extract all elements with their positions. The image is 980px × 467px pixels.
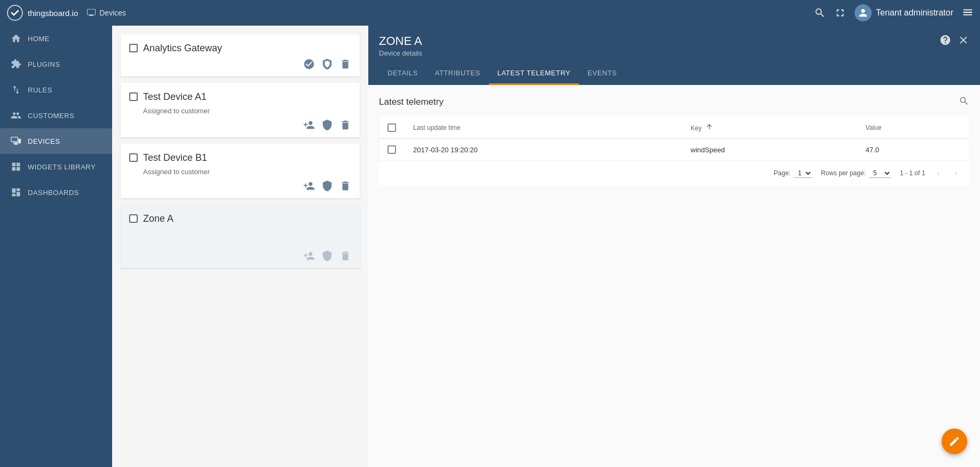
table-row: 2017-03-20 19:20:20 windSpeed 47.0 <box>379 139 969 161</box>
page-label: Page: <box>774 169 791 177</box>
user-icon <box>858 8 868 18</box>
app-name: thingsboard.io <box>28 9 78 18</box>
topbar: thingsboard.io Devices Tenant adminis <box>0 0 980 26</box>
devices-sidebar-icon <box>11 136 21 146</box>
tab-attributes[interactable]: ATTRIBUTES <box>426 63 489 85</box>
device-card-test-device-b1: Test Device B1 Assigned to customer <box>121 144 360 198</box>
device-credentials-btn-test-device-a1[interactable] <box>321 119 333 131</box>
next-page-button[interactable]: › <box>952 167 961 179</box>
menu-button[interactable] <box>962 6 974 20</box>
breadcrumb: Devices <box>86 8 126 18</box>
device-assign-customer-btn-test-device-b1[interactable] <box>303 180 315 192</box>
edit-fab-button[interactable] <box>942 429 967 454</box>
tab-latest-telemetry[interactable]: LATEST TELEMETRY <box>489 63 579 85</box>
device-card-subtitle-test-device-a1: Assigned to customer <box>143 107 351 115</box>
device-card-analytics-gateway: Analytics Gateway <box>121 34 360 76</box>
rows-per-page-section: Rows per page: 5 10 25 <box>821 169 891 178</box>
sidebar-label-dashboards: DASHBOARDS <box>28 189 79 197</box>
logo-icon <box>6 4 23 21</box>
device-credentials-btn-test-device-b1[interactable] <box>321 180 333 192</box>
sidebar-item-dashboards[interactable]: DASHBOARDS <box>0 180 112 205</box>
sidebar-item-home[interactable]: HOME <box>0 26 112 51</box>
device-card-checkbox-zone-a[interactable] <box>129 214 138 223</box>
device-card-title-test-device-b1: Test Device B1 <box>143 152 207 164</box>
help-icon <box>939 34 951 46</box>
sidebar: HOME PLUGINS RULES CUSTOMERS <box>0 26 112 467</box>
help-button[interactable] <box>939 34 951 48</box>
detail-body: Latest telemetry Last up <box>368 85 980 467</box>
col-header-key: Key <box>682 116 857 139</box>
user-name: Tenant administrator <box>876 8 953 18</box>
fullscreen-button[interactable] <box>834 7 846 19</box>
close-button[interactable] <box>958 34 969 48</box>
row-checkbox[interactable] <box>388 145 396 154</box>
page-select[interactable]: 1 <box>794 169 812 178</box>
credentials-icon <box>321 119 333 131</box>
rows-per-page-select[interactable]: 5 10 25 <box>869 169 891 178</box>
device-card-title-analytics-gateway: Analytics Gateway <box>143 43 222 54</box>
prev-page-button[interactable]: ‹ <box>934 167 943 179</box>
detail-title: ZONE A <box>379 34 422 48</box>
home-icon <box>11 33 21 44</box>
assign-customer-icon <box>303 180 315 192</box>
device-delete-btn-test-device-a1[interactable] <box>339 119 351 131</box>
device-card-zone-a: Zone A <box>121 205 360 268</box>
search-button[interactable] <box>814 7 826 19</box>
telemetry-table: Last update time Key Value <box>379 116 969 161</box>
device-delete-btn-analytics-gateway[interactable] <box>339 58 351 70</box>
user-info: Tenant administrator <box>855 4 953 21</box>
arrow-up-icon <box>706 123 713 130</box>
row-key: windSpeed <box>682 139 857 161</box>
fullscreen-icon <box>834 7 846 19</box>
telemetry-section-title: Latest telemetry <box>379 97 444 107</box>
tab-events[interactable]: EVENTS <box>579 63 626 85</box>
device-card-checkbox-test-device-a1[interactable] <box>129 92 138 101</box>
delete-icon <box>339 180 351 192</box>
hamburger-icon <box>962 6 974 18</box>
content-area: Analytics Gateway <box>112 26 980 467</box>
table-header-checkbox[interactable] <box>388 123 396 132</box>
device-card-checkbox-test-device-b1[interactable] <box>129 153 138 162</box>
delete-icon <box>339 250 351 262</box>
device-assign-customer-btn-zone-a[interactable] <box>303 250 315 262</box>
detail-header-actions <box>939 34 969 48</box>
device-credentials-btn-zone-a[interactable] <box>321 250 333 262</box>
device-assign-customer-btn-analytics-gateway[interactable] <box>303 58 315 70</box>
telemetry-section-header: Latest telemetry <box>379 96 969 108</box>
sidebar-item-rules[interactable]: RULES <box>0 77 112 103</box>
main-layout: HOME PLUGINS RULES CUSTOMERS <box>0 26 980 467</box>
rows-per-page-label: Rows per page: <box>821 169 866 177</box>
pagination-range: 1 - 1 of 1 <box>900 169 925 177</box>
detail-subtitle: Device details <box>379 49 422 57</box>
sidebar-item-devices[interactable]: DEVICES <box>0 128 112 154</box>
detail-header: ZONE A Device details <box>368 26 980 63</box>
sidebar-label-rules: RULES <box>28 86 52 94</box>
topbar-actions: Tenant administrator <box>814 4 974 21</box>
svg-rect-3 <box>11 137 18 142</box>
device-credentials-btn-analytics-gateway[interactable] <box>321 58 333 70</box>
devices-breadcrumb-icon <box>86 8 96 18</box>
svg-rect-1 <box>88 9 96 15</box>
sidebar-label-widgets: WIDGETS LIBRARY <box>28 163 96 171</box>
tab-details[interactable]: DETAILS <box>379 63 426 85</box>
col-header-last-update-time: Last update time <box>405 116 682 139</box>
device-delete-btn-zone-a[interactable] <box>339 250 351 262</box>
row-timestamp: 2017-03-20 19:20:20 <box>405 139 682 161</box>
sidebar-item-widgets[interactable]: WIDGETS LIBRARY <box>0 154 112 180</box>
close-icon <box>958 34 969 46</box>
device-delete-btn-test-device-b1[interactable] <box>339 180 351 192</box>
row-value: 47.0 <box>857 139 969 161</box>
assign-customer-icon <box>303 58 315 70</box>
sort-asc-icon[interactable] <box>706 123 713 132</box>
credentials-icon <box>321 180 333 192</box>
sidebar-item-customers[interactable]: CUSTOMERS <box>0 103 112 128</box>
delete-icon <box>339 58 351 70</box>
sidebar-item-plugins[interactable]: PLUGINS <box>0 51 112 77</box>
device-assign-customer-btn-test-device-a1[interactable] <box>303 119 315 131</box>
telemetry-search-button[interactable] <box>959 96 969 108</box>
delete-icon <box>339 119 351 131</box>
device-card-checkbox-analytics-gateway[interactable] <box>129 44 138 52</box>
edit-icon <box>949 435 960 447</box>
credentials-icon <box>321 58 333 70</box>
breadcrumb-devices-label: Devices <box>99 9 126 17</box>
